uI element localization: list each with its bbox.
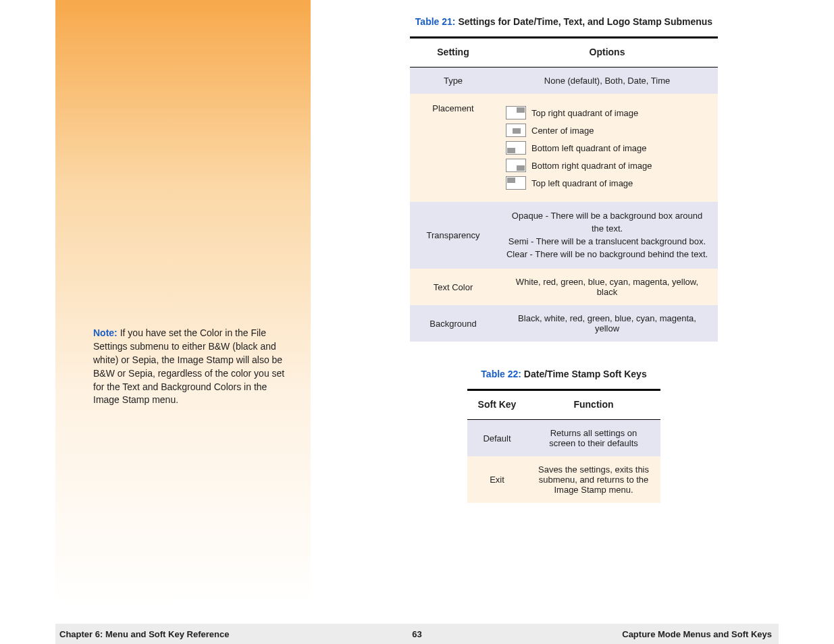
transparency-line: Opaque - There will be a background box … — [506, 210, 708, 236]
footer-right: Capture Mode Menus and Soft Keys — [622, 629, 772, 639]
table22-title: Date/Time Stamp Soft Keys — [521, 369, 647, 379]
table21: Setting Options Type None (default), Bot… — [410, 36, 718, 342]
table21-number: Table 21: — [415, 16, 456, 27]
cell-setting: Background — [410, 305, 496, 342]
placement-label: Bottom right quadrant of image — [531, 161, 652, 171]
table-row: Transparency Opaque - There will be a ba… — [410, 202, 718, 269]
placement-thumb-bottom-right-icon — [506, 159, 526, 172]
placement-option: Bottom left quadrant of image — [506, 141, 708, 155]
cell-function: Saves the settings, exits this submenu, … — [527, 456, 660, 503]
table21-title: Settings for Date/Time, Text, and Logo S… — [456, 16, 713, 27]
note-text: If you have set the Color in the File Se… — [93, 327, 284, 405]
table-row: Exit Saves the settings, exits this subm… — [467, 456, 660, 503]
table21-header-row: Setting Options — [410, 38, 718, 68]
cell-softkey: Default — [467, 420, 527, 457]
placement-option: Top left quadrant of image — [506, 176, 708, 190]
table22-head-key: Soft Key — [467, 390, 527, 420]
placement-label: Top right quadrant of image — [531, 108, 638, 118]
placement-thumb-bottom-left-icon — [506, 141, 526, 155]
table22-caption: Table 22: Date/Time Stamp Soft Keys — [311, 369, 817, 379]
cell-options: Opaque - There will be a background box … — [496, 202, 718, 269]
note-block: Note: If you have set the Color in the F… — [93, 327, 289, 407]
placement-label: Top left quadrant of image — [531, 178, 633, 188]
table-row: Placement Top right quadrant of image Ce… — [410, 94, 718, 202]
sidebar-gradient: Note: If you have set the Color in the F… — [55, 0, 311, 608]
table22: Soft Key Function Default Returns all se… — [467, 389, 660, 503]
table22-head-func: Function — [527, 390, 660, 420]
table21-caption: Table 21: Settings for Date/Time, Text, … — [311, 16, 817, 27]
table22-number: Table 22: — [481, 369, 521, 379]
table-row: Type None (default), Both, Date, Time — [410, 68, 718, 95]
placement-label: Bottom left quadrant of image — [531, 143, 647, 153]
footer-left: Chapter 6: Menu and Soft Key Reference — [59, 629, 229, 639]
placement-thumb-top-right-icon — [506, 106, 526, 119]
cell-options: Top right quadrant of image Center of im… — [496, 94, 718, 202]
footer-page-number: 63 — [412, 629, 421, 639]
cell-setting: Type — [410, 68, 496, 95]
page-footer: Chapter 6: Menu and Soft Key Reference 6… — [55, 624, 779, 644]
placement-option: Top right quadrant of image — [506, 106, 708, 119]
table-row: Background Black, white, red, green, blu… — [410, 305, 718, 342]
transparency-line: Clear - There will be no background behi… — [506, 248, 708, 261]
placement-label: Center of image — [531, 126, 594, 136]
cell-setting: Placement — [410, 94, 496, 202]
table21-head-setting: Setting — [410, 38, 496, 68]
placement-thumb-top-left-icon — [506, 176, 526, 190]
page: Note: If you have set the Color in the F… — [0, 0, 834, 644]
cell-options: Black, white, red, green, blue, cyan, ma… — [496, 305, 718, 342]
note-label: Note: — [93, 327, 118, 338]
cell-options: White, red, green, blue, cyan, magenta, … — [496, 269, 718, 305]
cell-function: Returns all settings on screen to their … — [527, 420, 660, 457]
placement-option: Center of image — [506, 124, 708, 137]
placement-options: Top right quadrant of image Center of im… — [506, 106, 708, 190]
cell-softkey: Exit — [467, 456, 527, 503]
cell-setting: Text Color — [410, 269, 496, 305]
cell-options: None (default), Both, Date, Time — [496, 68, 718, 95]
transparency-line: Semi - There will be a translucent backg… — [506, 236, 708, 248]
table-row: Default Returns all settings on screen t… — [467, 420, 660, 457]
placement-option: Bottom right quadrant of image — [506, 159, 708, 172]
content-area: Table 21: Settings for Date/Time, Text, … — [311, 0, 834, 503]
table-row: Text Color White, red, green, blue, cyan… — [410, 269, 718, 305]
table22-header-row: Soft Key Function — [467, 390, 660, 420]
cell-setting: Transparency — [410, 202, 496, 269]
table21-head-options: Options — [496, 38, 718, 68]
placement-thumb-center-icon — [506, 124, 526, 137]
